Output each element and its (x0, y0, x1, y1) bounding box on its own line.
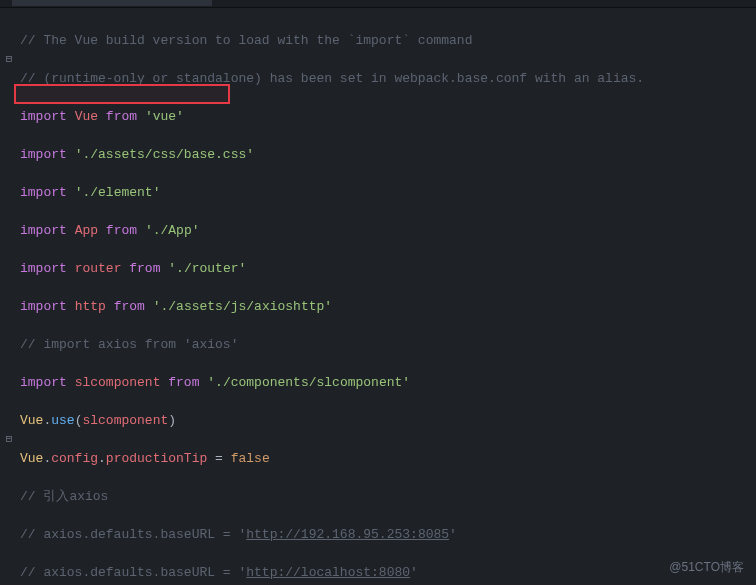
code-line: // import axios from 'axios' (20, 335, 756, 354)
code-line: import App from './App' (20, 221, 756, 240)
code-line: Vue.use(slcomponent) (20, 411, 756, 430)
tab-bar (0, 0, 756, 8)
code-line: // axios.defaults.baseURL = 'http://192.… (20, 525, 756, 544)
code-line: import router from './router' (20, 259, 756, 278)
code-line: // axios.defaults.baseURL = 'http://loca… (20, 563, 756, 582)
code-line: import Vue from 'vue' (20, 107, 756, 126)
fold-gutter: ⊟ ⊟ (0, 12, 18, 585)
code-line: Vue.config.productionTip = false (20, 449, 756, 468)
code-editor[interactable]: ⊟ ⊟ // The Vue build version to load wit… (0, 8, 756, 585)
active-tab[interactable] (12, 0, 212, 6)
code-area[interactable]: // The Vue build version to load with th… (18, 12, 756, 585)
code-line: import slcomponent from './components/sl… (20, 373, 756, 392)
code-line: import './element' (20, 183, 756, 202)
code-line: // (runtime-only or standalone) has been… (20, 69, 756, 88)
fold-marker-icon[interactable]: ⊟ (0, 430, 18, 449)
code-line: // 引入axios (20, 487, 756, 506)
fold-marker-icon[interactable]: ⊟ (0, 50, 18, 69)
code-line: import './assets/css/base.css' (20, 145, 756, 164)
code-line: import http from './assets/js/axioshttp' (20, 297, 756, 316)
code-line: // The Vue build version to load with th… (20, 31, 756, 50)
watermark-text: @51CTO博客 (669, 558, 744, 577)
